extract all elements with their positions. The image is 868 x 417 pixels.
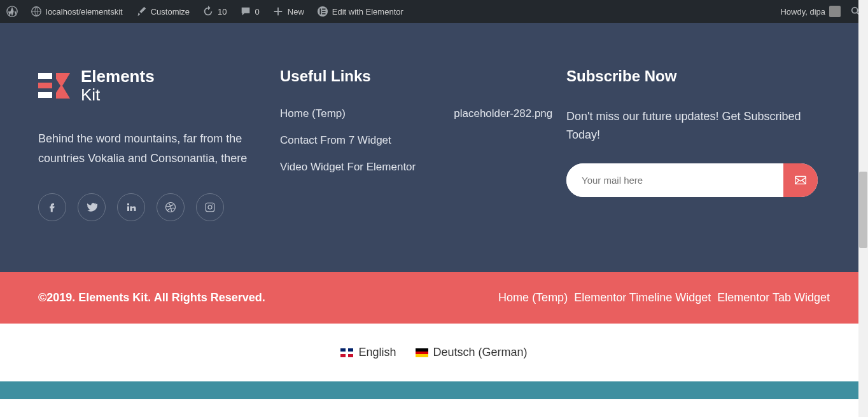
footer-section: Elements Kit Behind the word mountains, … [0, 23, 868, 272]
svg-point-13 [208, 205, 212, 209]
svg-rect-10 [38, 92, 52, 98]
footer-links-col-1: Home (Temp) Contact From 7 Widget Video … [280, 107, 416, 174]
footer-links-col-2: placeholder-282.png [454, 107, 552, 174]
svg-point-7 [852, 8, 858, 13]
svg-rect-9 [38, 83, 52, 88]
logo-line2: Kit [81, 86, 155, 104]
elementor-icon [317, 6, 328, 17]
logo-text: Elements Kit [81, 67, 155, 104]
site-name-link[interactable]: localhost/elementskit [31, 6, 123, 17]
update-count: 10 [218, 7, 227, 17]
scrollbar-thumb[interactable] [859, 172, 867, 248]
customize-label: Customize [151, 7, 190, 17]
customize-link[interactable]: Customize [136, 6, 190, 17]
copyright-nav: Home (Temp) Elementor Timeline Widget El… [498, 291, 830, 304]
new-label: New [288, 7, 304, 17]
subscribe-form [566, 163, 818, 197]
logo-line1: Elements [81, 67, 155, 86]
linkedin-icon [125, 202, 137, 213]
subscribe-button[interactable] [783, 163, 818, 197]
svg-rect-8 [38, 73, 52, 79]
new-link[interactable]: New [272, 6, 304, 17]
brush-icon [136, 6, 147, 17]
copyright-bar: ©2019. Elements Kit. All Rights Reserved… [0, 272, 868, 324]
facebook-icon [46, 202, 58, 213]
copyright-text: ©2019. Elements Kit. All Rights Reserved… [38, 291, 265, 304]
copyright-link[interactable]: Elementor Timeline Widget [574, 291, 711, 304]
copyright-link[interactable]: Elementor Tab Widget [717, 291, 830, 304]
svg-rect-12 [206, 203, 214, 212]
lang-english[interactable]: English [340, 346, 396, 359]
footer-about-column: Elements Kit Behind the word mountains, … [38, 67, 280, 221]
instagram-icon [204, 202, 216, 213]
linkedin-link[interactable] [117, 193, 145, 221]
footer-description: Behind the word mountains, far from the … [38, 129, 255, 168]
comments-link[interactable]: 0 [240, 6, 260, 17]
site-name: localhost/elementskit [46, 7, 123, 17]
footer-link[interactable]: Contact From 7 Widget [280, 134, 416, 147]
twitter-link[interactable] [78, 193, 106, 221]
uk-flag-icon [340, 348, 353, 357]
subscribe-heading: Subscribe Now [566, 67, 830, 85]
lang-label: English [358, 346, 396, 359]
footer-link[interactable]: Home (Temp) [280, 107, 416, 120]
subscribe-text: Don't miss our future updates! Get Subsc… [566, 107, 830, 144]
refresh-icon [202, 6, 214, 17]
copyright-link[interactable]: Home (Temp) [498, 291, 568, 304]
edit-elementor-link[interactable]: Edit with Elementor [317, 6, 403, 17]
german-flag-icon [416, 348, 428, 357]
dribbble-icon [165, 202, 176, 213]
admin-bar-left: localhost/elementskit Customize 10 0 New… [6, 6, 403, 17]
footer-logo: Elements Kit [38, 67, 255, 104]
email-input[interactable] [566, 163, 783, 197]
svg-rect-5 [322, 11, 325, 12]
user-menu[interactable]: Howdy, dipa [780, 6, 841, 17]
footer-links-wrapper: Home (Temp) Contact From 7 Widget Video … [280, 107, 566, 174]
dribbble-link[interactable] [157, 193, 185, 221]
instagram-link[interactable] [196, 193, 224, 221]
admin-bar-right: Howdy, dipa [780, 6, 862, 17]
envelope-icon [794, 173, 808, 187]
home-icon [31, 6, 42, 17]
wp-logo[interactable] [6, 6, 18, 17]
facebook-link[interactable] [38, 193, 66, 221]
greeting-text: Howdy, dipa [780, 7, 825, 17]
teal-section [0, 381, 868, 399]
comment-icon [240, 6, 251, 17]
footer-link[interactable]: Video Widget For Elementor [280, 161, 416, 174]
wordpress-icon [6, 6, 18, 17]
plus-icon [272, 6, 284, 17]
svg-rect-6 [322, 13, 325, 15]
svg-rect-3 [319, 9, 321, 15]
lang-german[interactable]: Deutsch (German) [416, 346, 528, 359]
scrollbar[interactable] [858, 0, 868, 399]
avatar [829, 6, 841, 17]
social-icons [38, 193, 255, 221]
twitter-icon [86, 202, 97, 213]
svg-point-14 [212, 205, 213, 206]
updates-link[interactable]: 10 [202, 6, 227, 17]
comment-count: 0 [255, 7, 260, 17]
edit-elementor-label: Edit with Elementor [332, 7, 403, 17]
logo-mark [38, 70, 73, 102]
footer-subscribe-column: Subscribe Now Don't miss our future upda… [566, 67, 830, 221]
footer-link[interactable]: placeholder-282.png [454, 107, 552, 120]
svg-rect-4 [322, 9, 325, 10]
wp-admin-bar: localhost/elementskit Customize 10 0 New… [0, 0, 868, 23]
useful-links-heading: Useful Links [280, 67, 566, 85]
lang-label: Deutsch (German) [433, 346, 528, 359]
language-switcher: English Deutsch (German) [0, 324, 868, 381]
footer-links-column: Useful Links Home (Temp) Contact From 7 … [280, 67, 566, 221]
